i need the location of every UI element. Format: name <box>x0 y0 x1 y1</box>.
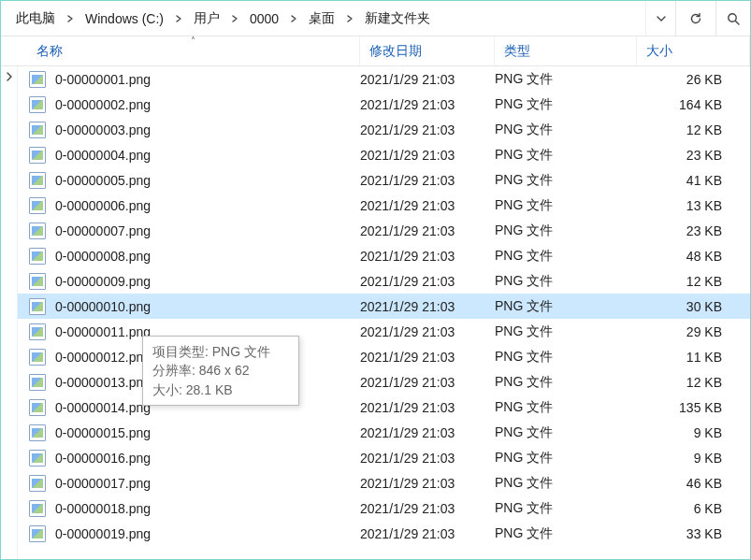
file-type: PNG 文件 <box>495 122 637 138</box>
file-date: 2021/1/29 21:03 <box>360 425 495 440</box>
file-row[interactable]: 0-00000016.png2021/1/29 21:03PNG 文件9 KB <box>18 445 750 470</box>
file-size: 13 KB <box>637 198 750 213</box>
file-size: 46 KB <box>637 476 750 491</box>
file-row[interactable]: 0-00000002.png2021/1/29 21:03PNG 文件164 K… <box>18 92 750 117</box>
file-size: 26 KB <box>637 72 750 87</box>
file-row[interactable]: 0-00000014.png2021/1/29 21:03PNG 文件135 K… <box>18 395 750 420</box>
breadcrumb-dropdown[interactable] <box>645 1 675 36</box>
file-row[interactable]: 0-00000005.png2021/1/29 21:03PNG 文件41 KB <box>18 167 750 193</box>
file-type: PNG 文件 <box>495 475 637 492</box>
sort-asc-icon: ˄ <box>191 36 195 46</box>
file-date: 2021/1/29 21:03 <box>360 72 495 87</box>
gutter-header <box>1 36 27 65</box>
file-date: 2021/1/29 21:03 <box>360 122 495 137</box>
breadcrumb-chevron[interactable] <box>171 9 186 28</box>
breadcrumb-item[interactable]: 此电脑 <box>10 7 61 31</box>
file-type: PNG 文件 <box>495 223 637 239</box>
breadcrumb-item[interactable]: 用户 <box>188 7 225 31</box>
file-name: 0-00000004.png <box>55 148 360 163</box>
search-icon <box>726 11 741 26</box>
image-file-icon <box>29 71 46 88</box>
file-type: PNG 文件 <box>495 450 637 467</box>
file-size: 164 KB <box>637 97 750 112</box>
file-row[interactable]: 0-00000011.png2021/1/29 21:03PNG 文件29 KB <box>18 319 750 344</box>
file-row[interactable]: 0-00000018.png2021/1/29 21:03PNG 文件6 KB <box>18 495 750 521</box>
file-type: PNG 文件 <box>495 71 637 88</box>
breadcrumb-item[interactable]: Windows (C:) <box>79 7 169 30</box>
breadcrumb-chevron[interactable] <box>227 9 242 28</box>
column-headers: 名称 ˄ 修改日期 类型 大小 <box>1 36 750 66</box>
file-type: PNG 文件 <box>495 197 637 214</box>
file-size: 6 KB <box>637 501 750 516</box>
file-name: 0-00000015.png <box>55 425 360 440</box>
header-name[interactable]: 名称 ˄ <box>27 36 360 65</box>
refresh-icon <box>688 11 703 26</box>
file-row[interactable]: 0-00000019.png2021/1/29 21:03PNG 文件33 KB <box>18 521 750 546</box>
file-name: 0-00000006.png <box>55 198 360 213</box>
svg-line-1 <box>735 21 739 24</box>
file-date: 2021/1/29 21:03 <box>360 501 495 516</box>
search-area[interactable] <box>716 1 750 36</box>
chevron-right-icon <box>346 15 354 22</box>
chevron-right-icon <box>175 15 182 22</box>
image-file-icon <box>29 147 46 164</box>
file-type: PNG 文件 <box>495 248 637 265</box>
breadcrumb-chevron[interactable] <box>63 9 78 28</box>
file-row[interactable]: 0-00000001.png2021/1/29 21:03PNG 文件26 KB <box>18 66 750 92</box>
gutter-expand[interactable] <box>1 66 17 89</box>
file-type: PNG 文件 <box>495 147 637 164</box>
file-date: 2021/1/29 21:03 <box>360 173 495 188</box>
refresh-button[interactable] <box>675 1 716 36</box>
file-name: 0-00000016.png <box>55 451 360 466</box>
header-size-label: 大小 <box>646 43 672 60</box>
file-name: 0-00000009.png <box>55 274 360 289</box>
image-file-icon <box>29 96 46 113</box>
file-type: PNG 文件 <box>495 349 637 366</box>
file-name: 0-00000010.png <box>55 299 360 314</box>
image-file-icon <box>29 197 46 214</box>
file-row[interactable]: 0-00000007.png2021/1/29 21:03PNG 文件23 KB <box>18 218 750 243</box>
file-row[interactable]: 0-00000013.png2021/1/29 21:03PNG 文件12 KB <box>18 369 750 395</box>
file-name: 0-00000018.png <box>55 501 360 516</box>
breadcrumb: 此电脑Windows (C:)用户0000桌面新建文件夹 <box>1 1 645 36</box>
file-row[interactable]: 0-00000006.png2021/1/29 21:03PNG 文件13 KB <box>18 193 750 218</box>
tooltip-type: 项目类型: PNG 文件 <box>152 342 289 361</box>
file-row[interactable]: 0-00000010.png2021/1/29 21:03PNG 文件30 KB <box>18 294 750 319</box>
image-file-icon <box>29 298 46 315</box>
breadcrumb-item[interactable]: 新建文件夹 <box>359 7 436 31</box>
file-type: PNG 文件 <box>495 298 637 315</box>
breadcrumb-item[interactable]: 桌面 <box>303 7 340 31</box>
breadcrumb-chevron[interactable] <box>286 9 301 28</box>
file-size: 23 KB <box>637 148 750 163</box>
image-file-icon <box>29 374 46 391</box>
file-row[interactable]: 0-00000003.png2021/1/29 21:03PNG 文件12 KB <box>18 117 750 142</box>
header-date[interactable]: 修改日期 <box>360 36 495 65</box>
file-name: 0-00000001.png <box>55 72 360 87</box>
header-date-label: 修改日期 <box>369 43 422 60</box>
file-row[interactable]: 0-00000017.png2021/1/29 21:03PNG 文件46 KB <box>18 470 750 495</box>
file-size: 41 KB <box>637 173 750 188</box>
file-type: PNG 文件 <box>495 273 637 290</box>
file-date: 2021/1/29 21:03 <box>360 350 495 365</box>
breadcrumb-chevron[interactable] <box>342 9 357 28</box>
image-file-icon <box>29 349 46 366</box>
file-size: 9 KB <box>637 425 750 440</box>
image-file-icon <box>29 323 46 340</box>
header-type[interactable]: 类型 <box>495 36 637 65</box>
image-file-icon <box>29 248 46 265</box>
file-size: 23 KB <box>637 223 750 238</box>
chevron-right-icon <box>66 15 74 22</box>
header-type-label: 类型 <box>504 43 530 60</box>
file-name: 0-00000007.png <box>55 223 360 238</box>
image-file-icon <box>29 273 46 290</box>
file-row[interactable]: 0-00000008.png2021/1/29 21:03PNG 文件48 KB <box>18 243 750 268</box>
image-file-icon <box>29 172 46 189</box>
chevron-right-icon <box>290 15 297 22</box>
breadcrumb-item[interactable]: 0000 <box>244 7 284 30</box>
file-row[interactable]: 0-00000009.png2021/1/29 21:03PNG 文件12 KB <box>18 268 750 294</box>
tooltip-size: 大小: 28.1 KB <box>152 381 289 399</box>
file-row[interactable]: 0-00000004.png2021/1/29 21:03PNG 文件23 KB <box>18 142 750 167</box>
header-size[interactable]: 大小 <box>637 36 750 65</box>
file-row[interactable]: 0-00000012.png2021/1/29 21:03PNG 文件11 KB <box>18 344 750 369</box>
file-row[interactable]: 0-00000015.png2021/1/29 21:03PNG 文件9 KB <box>18 420 750 445</box>
